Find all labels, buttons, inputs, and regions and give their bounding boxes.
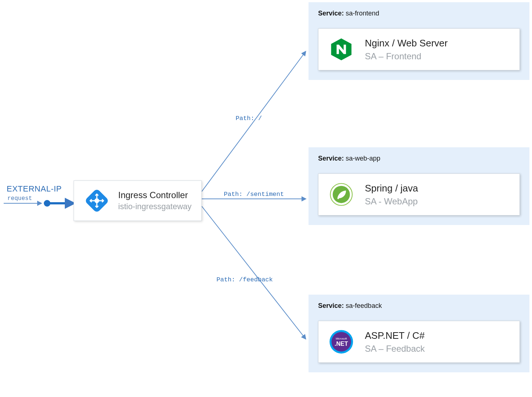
svg-text:Microsoft: Microsoft	[336, 337, 347, 340]
service-panel-feedback: Service: sa-feedback Microsoft .NET ASP.…	[309, 295, 529, 372]
ingress-subtitle: istio-ingressgateway	[118, 202, 191, 211]
dotnet-icon: Microsoft .NET	[328, 329, 355, 355]
request-endpoint-dot	[44, 200, 50, 207]
service-card-title: ASP.NET / C#	[365, 330, 425, 341]
path-line-feedback	[202, 206, 306, 339]
service-name: sa-frontend	[346, 10, 379, 17]
svg-point-9	[337, 198, 339, 199]
external-ip-label: EXTERNAL-IP	[7, 184, 62, 194]
nginx-icon	[328, 36, 355, 63]
service-name: sa-web-app	[346, 155, 380, 162]
service-card-frontend: Nginx / Web Server SA – Frontend	[318, 28, 520, 70]
path-label-sentiment: Path: /sentiment	[224, 191, 284, 198]
service-header-label: Service:	[318, 302, 344, 309]
service-header-label: Service:	[318, 10, 344, 17]
service-panel-frontend: Service: sa-frontend Nginx / Web Server …	[309, 2, 529, 80]
service-panel-webapp: Service: sa-web-app Spring / java SA - W…	[309, 147, 529, 225]
service-header-label: Service:	[318, 155, 344, 162]
path-label-feedback: Path: /feedback	[216, 276, 273, 283]
service-card-subtitle: SA – Frontend	[365, 51, 448, 62]
request-label: request	[7, 195, 32, 202]
service-header: Service: sa-web-app	[318, 155, 520, 162]
service-name: sa-feedback	[346, 302, 382, 309]
svg-text:.NET: .NET	[335, 341, 348, 347]
ingress-title: Ingress Controller	[118, 190, 191, 200]
service-header: Service: sa-feedback	[318, 302, 520, 310]
path-label-root: Path: /	[236, 115, 262, 122]
service-card-webapp: Spring / java SA - WebApp	[318, 173, 520, 215]
ingress-icon	[84, 187, 110, 214]
service-card-subtitle: SA - WebApp	[365, 196, 418, 207]
spring-icon	[328, 181, 355, 208]
service-card-subtitle: SA – Feedback	[365, 344, 425, 354]
service-card-feedback: Microsoft .NET ASP.NET / C# SA – Feedbac…	[318, 321, 520, 363]
ingress-card: Ingress Controller istio-ingressgateway	[74, 180, 202, 221]
service-header: Service: sa-frontend	[318, 10, 520, 17]
service-card-title: Nginx / Web Server	[365, 38, 448, 49]
service-card-title: Spring / java	[365, 183, 418, 194]
